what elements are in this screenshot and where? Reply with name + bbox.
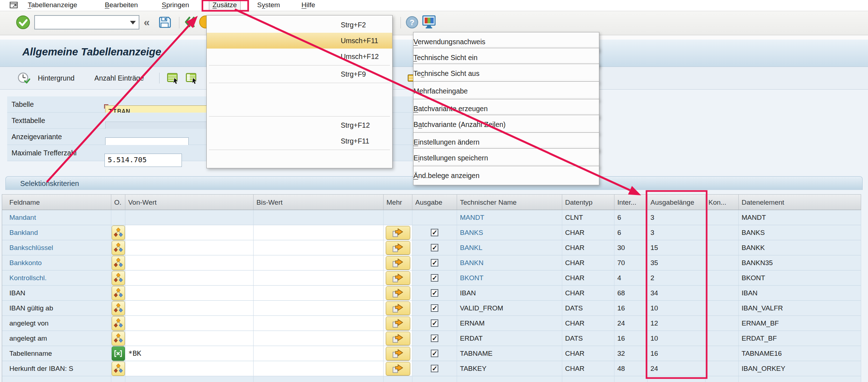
bis-wert-cell[interactable] — [254, 240, 384, 255]
selection-option-cell[interactable] — [111, 240, 125, 255]
von-wert-cell[interactable] — [125, 316, 254, 331]
menu-item-mehrfacheingabe[interactable]: MehrfacheingabeStrg+F9 — [207, 66, 392, 82]
ausgabe-checkbox[interactable] — [431, 350, 438, 357]
pattern-exclude-icon[interactable] — [112, 346, 125, 361]
menu-item-technische-sicht-ein[interactable]: Technische Sicht einUmsch+F11 — [207, 33, 392, 49]
column-header-o[interactable]: O. — [111, 194, 125, 210]
ausgabe-cell[interactable] — [412, 286, 457, 301]
ausgabe-cell[interactable] — [412, 331, 457, 346]
ausgabe-cell[interactable] — [412, 225, 457, 240]
further-selection-icon[interactable] — [386, 271, 410, 285]
selection-option-cell[interactable] — [111, 270, 125, 286]
collapse-chevrons-icon[interactable]: « — [144, 15, 150, 29]
maximale-trefferzahl-field[interactable]: 5.514.705 — [104, 154, 182, 167]
selection-option-cell[interactable] — [111, 255, 125, 270]
bis-wert-cell[interactable] — [254, 361, 384, 376]
mehr-cell[interactable] — [384, 331, 412, 346]
multiple-selection-icon[interactable] — [112, 286, 125, 300]
ausgabe-cell[interactable] — [412, 255, 457, 270]
command-dropdown-icon[interactable] — [130, 21, 136, 24]
column-header-kon[interactable]: Kon... — [706, 194, 739, 210]
select-all-table-icon[interactable] — [166, 72, 180, 87]
bis-wert-cell[interactable] — [254, 286, 384, 301]
transaction-window-icon[interactable] — [9, 1, 19, 11]
selection-option-cell[interactable] — [111, 286, 125, 301]
menu-item-technische-sicht-aus[interactable]: Technische Sicht ausUmsch+F12 — [207, 49, 392, 64]
menubar-item-zustze[interactable]: Zusätze — [209, 0, 241, 10]
ausgabe-checkbox[interactable] — [431, 289, 438, 297]
von-wert-cell[interactable]: *BK — [125, 346, 254, 361]
ausgabe-checkbox[interactable] — [431, 304, 438, 312]
mehr-cell[interactable] — [384, 316, 412, 331]
menu-item-verwendungsnachweis[interactable]: VerwendungsnachweisStrg+F2 — [207, 17, 392, 33]
column-header-mehr[interactable]: Mehr — [384, 194, 412, 210]
bis-wert-cell[interactable] — [254, 331, 384, 346]
bis-wert-cell[interactable] — [254, 301, 384, 316]
save-icon[interactable] — [158, 15, 171, 31]
column-header-feldname[interactable]: Feldname — [2, 194, 111, 210]
von-wert-cell[interactable] — [125, 301, 254, 316]
execute-clock-icon[interactable] — [17, 72, 32, 87]
menubar-item-springen[interactable]: Springen — [158, 0, 192, 10]
von-wert-cell[interactable] — [125, 240, 254, 255]
command-input[interactable] — [36, 17, 128, 28]
ausgabe-cell[interactable] — [412, 361, 457, 376]
selection-option-cell[interactable] — [111, 361, 125, 376]
ausgabe-checkbox[interactable] — [431, 335, 438, 342]
bis-wert-cell[interactable] — [254, 270, 384, 286]
von-wert-cell[interactable] — [125, 225, 254, 240]
back-icon[interactable] — [182, 15, 198, 31]
bis-wert-cell[interactable] — [254, 346, 384, 361]
enter-icon[interactable] — [16, 15, 30, 31]
multiple-selection-icon[interactable] — [112, 271, 125, 285]
menu-item-batchvariante-anzahl-zeilen-[interactable]: Batchvariante (Anzahl Zeilen) — [207, 100, 392, 115]
bis-wert-cell[interactable] — [254, 255, 384, 270]
selection-option-cell[interactable] — [111, 346, 125, 361]
further-selection-icon[interactable] — [386, 241, 410, 255]
further-selection-icon[interactable] — [386, 362, 410, 376]
ausgabe-checkbox[interactable] — [431, 274, 438, 282]
mehr-cell[interactable] — [384, 301, 412, 316]
mehr-cell[interactable] — [384, 270, 412, 286]
mehr-cell[interactable] — [384, 225, 412, 240]
mehr-cell[interactable] — [384, 346, 412, 361]
mehr-cell[interactable] — [384, 361, 412, 376]
hintergrund-button[interactable]: Hintergrund — [38, 67, 75, 89]
further-selection-icon[interactable] — [386, 317, 410, 330]
von-wert-cell[interactable] — [125, 270, 254, 286]
multiple-selection-icon[interactable] — [112, 226, 125, 240]
column-header-vonwert[interactable]: Von-Wert — [125, 194, 254, 210]
ausgabe-checkbox[interactable] — [431, 244, 438, 251]
multiple-selection-icon[interactable] — [112, 301, 125, 315]
column-header-ausgabelänge[interactable]: Ausgabelänge — [648, 194, 706, 210]
column-header-technischername[interactable]: Technischer Name — [457, 194, 562, 210]
ausgabe-checkbox[interactable] — [431, 365, 438, 372]
multiple-selection-icon[interactable] — [112, 331, 125, 346]
ausgabe-cell[interactable] — [412, 301, 457, 316]
column-header-datentyp[interactable]: Datentyp — [562, 194, 614, 210]
menubar-item-bearbeiten[interactable]: Bearbeiten — [102, 0, 141, 10]
further-selection-icon[interactable] — [386, 332, 410, 345]
menu-item-einstellungen-ändern[interactable]: Einstellungen ändernStrg+F12 — [207, 117, 392, 133]
ausgabe-cell[interactable] — [412, 270, 457, 286]
selection-option-cell[interactable] — [111, 301, 125, 316]
selection-option-cell[interactable] — [111, 225, 125, 240]
column-header-ausgabe[interactable]: Ausgabe — [412, 194, 457, 210]
command-field[interactable] — [34, 15, 139, 29]
von-wert-cell[interactable] — [125, 286, 254, 301]
menubar-item-system[interactable]: System — [254, 0, 283, 10]
multiple-selection-icon[interactable] — [112, 316, 125, 331]
further-selection-icon[interactable] — [386, 226, 410, 240]
further-selection-icon[interactable] — [386, 256, 410, 270]
ausgabe-cell[interactable] — [412, 316, 457, 331]
selection-option-cell[interactable] — [111, 316, 125, 331]
ausgabe-checkbox[interactable] — [431, 319, 438, 327]
new-session-icon[interactable] — [421, 15, 437, 31]
bis-wert-cell[interactable] — [254, 316, 384, 331]
column-header-inter[interactable]: Inter... — [614, 194, 648, 210]
ausgabe-cell[interactable] — [412, 240, 457, 255]
mehr-cell[interactable] — [384, 286, 412, 301]
further-selection-icon[interactable] — [386, 347, 410, 360]
multiple-selection-icon[interactable] — [112, 256, 125, 270]
von-wert-cell[interactable] — [125, 331, 254, 346]
